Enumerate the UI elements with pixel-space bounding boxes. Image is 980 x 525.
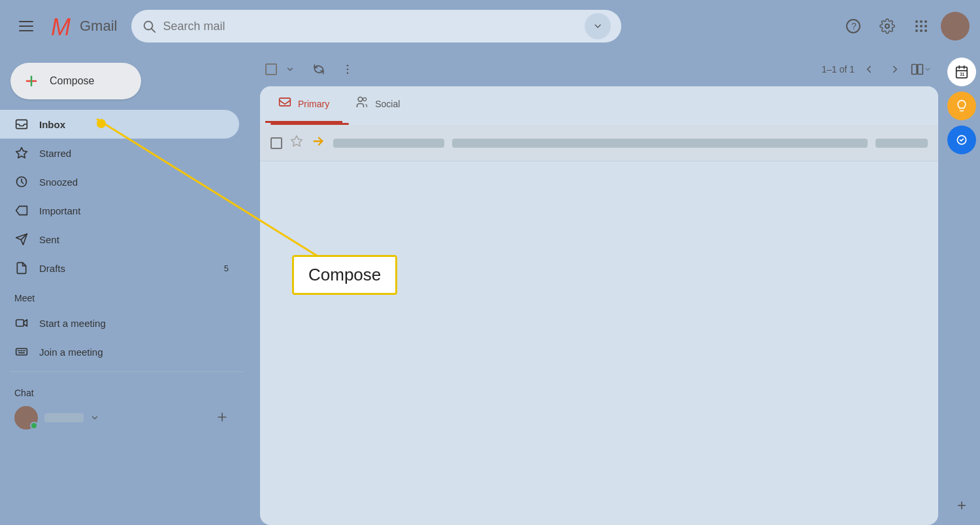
important-label: Important	[39, 205, 229, 216]
email-area: Primary Social	[260, 86, 938, 525]
svg-point-12	[915, 29, 918, 32]
chevron-down-icon	[593, 21, 603, 31]
chat-add-button[interactable]	[216, 411, 229, 426]
email-sender	[333, 139, 444, 148]
toolbar-left	[265, 58, 359, 81]
gmail-wordmark: Gmail	[80, 18, 117, 35]
search-icon	[142, 19, 156, 33]
sidebar-item-drafts[interactable]: Drafts 5	[0, 254, 239, 282]
avatar[interactable]	[941, 12, 970, 41]
join-meeting-label: Join a meeting	[39, 347, 229, 358]
email-time	[875, 139, 928, 148]
search-dropdown-button[interactable]	[585, 13, 611, 39]
sidebar-item-sent[interactable]: Sent	[0, 225, 239, 254]
email-star-button[interactable]	[290, 135, 303, 151]
annotation-dot	[97, 119, 106, 128]
chevron-right-icon	[889, 63, 901, 75]
select-all-area[interactable]	[265, 58, 302, 81]
calendar-button[interactable]: 31	[947, 58, 976, 86]
tab-social-label: Social	[375, 99, 400, 109]
help-button[interactable]: ?	[839, 12, 868, 41]
tab-social[interactable]: Social	[342, 86, 413, 123]
refresh-button[interactable]	[307, 58, 331, 81]
header-right: ?	[839, 12, 970, 41]
svg-point-33	[347, 73, 349, 75]
gmail-logo-icon: M	[50, 13, 76, 39]
sidebar-item-important[interactable]: Important	[0, 196, 239, 225]
help-icon: ?	[845, 18, 861, 34]
svg-point-32	[347, 69, 349, 71]
more-options-button[interactable]	[336, 58, 359, 81]
tasks-button[interactable]	[947, 126, 976, 154]
apps-button[interactable]	[907, 12, 936, 41]
add-addon-button[interactable]: +	[957, 496, 966, 525]
svg-marker-39	[291, 136, 302, 146]
sidebar: Compose Inbox Starred	[0, 52, 255, 525]
search-bar[interactable]	[131, 10, 621, 42]
videocam-icon	[14, 316, 29, 330]
drafts-icon	[14, 261, 29, 275]
drafts-badge: 5	[224, 263, 229, 273]
sidebar-item-join-meeting[interactable]: Join a meeting	[0, 337, 239, 366]
chat-section-label: Chat	[0, 377, 255, 403]
chevron-down-small-icon	[286, 65, 295, 74]
social-tab-icon	[355, 95, 368, 112]
chat-avatar	[14, 406, 38, 430]
svg-rect-35	[918, 65, 923, 75]
view-split-icon	[911, 63, 924, 76]
svg-rect-22	[16, 348, 27, 355]
select-dropdown-button[interactable]	[278, 58, 302, 81]
tabs-row: Primary Social	[260, 86, 938, 123]
toolbar-right: 1–1 of 1	[821, 58, 933, 81]
settings-button[interactable]	[873, 12, 902, 41]
view-chevron-icon	[924, 65, 932, 73]
inbox-label: Inbox	[39, 119, 229, 130]
start-meeting-label: Start a meeting	[39, 318, 229, 329]
right-sidebar: 31 +	[943, 52, 980, 525]
primary-tab-icon	[278, 95, 291, 112]
inbox-icon	[14, 117, 29, 131]
svg-text:31: 31	[960, 72, 965, 76]
table-row[interactable]	[260, 125, 938, 161]
compose-plus-icon	[22, 72, 41, 90]
snoozed-label: Snoozed	[39, 177, 229, 188]
compose-tooltip: Compose	[292, 255, 397, 295]
sidebar-divider	[10, 371, 244, 372]
prev-page-button[interactable]	[857, 58, 881, 81]
svg-text:M: M	[51, 14, 71, 39]
email-forwarded-icon	[311, 134, 325, 152]
hamburger-icon	[19, 21, 33, 31]
svg-point-8	[924, 20, 927, 23]
important-icon	[14, 203, 29, 218]
star-icon	[14, 146, 29, 160]
sidebar-item-starred[interactable]: Starred	[0, 139, 239, 167]
search-input[interactable]	[163, 20, 578, 33]
sent-label: Sent	[39, 234, 229, 245]
clock-icon	[14, 175, 29, 189]
svg-point-5	[885, 24, 889, 28]
svg-point-7	[920, 20, 923, 23]
chat-user-item[interactable]	[0, 403, 239, 432]
drafts-label: Drafts	[39, 263, 214, 274]
sidebar-item-snoozed[interactable]: Snoozed	[0, 167, 239, 196]
tab-primary-label: Primary	[298, 99, 329, 109]
sidebar-item-start-meeting[interactable]: Start a meeting	[0, 309, 239, 337]
email-checkbox[interactable]	[270, 137, 282, 149]
compose-button[interactable]: Compose	[10, 63, 141, 99]
keep-button[interactable]	[947, 92, 976, 120]
keyboard-icon	[14, 345, 29, 359]
menu-button[interactable]	[10, 10, 42, 42]
sent-icon	[14, 232, 29, 246]
chevron-left-icon	[863, 63, 875, 75]
view-options-button[interactable]	[909, 58, 933, 81]
select-all-checkbox[interactable]	[265, 63, 277, 75]
svg-marker-20	[16, 206, 27, 214]
sidebar-item-inbox[interactable]: Inbox	[0, 110, 239, 139]
gear-icon	[879, 18, 895, 34]
svg-point-6	[915, 20, 918, 23]
more-vert-icon	[341, 63, 354, 76]
svg-rect-34	[912, 65, 917, 75]
next-page-button[interactable]	[883, 58, 907, 81]
svg-point-31	[347, 65, 349, 67]
tab-primary[interactable]: Primary	[265, 86, 342, 123]
